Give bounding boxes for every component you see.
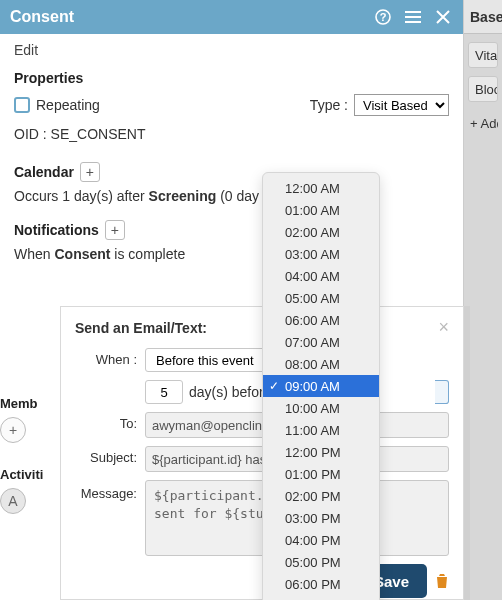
calendar-add-button[interactable]: +: [80, 162, 100, 182]
calendar-heading-row: Calendar +: [14, 162, 449, 182]
repeating-label: Repeating: [36, 97, 100, 113]
activity-avatar[interactable]: A: [0, 488, 26, 514]
time-option[interactable]: 12:00 PM: [263, 441, 379, 463]
oid-line: OID : SE_CONSENT: [14, 126, 449, 142]
time-option[interactable]: 03:00 PM: [263, 507, 379, 529]
notif-desc-bold: Consent: [54, 246, 110, 262]
member-add-button[interactable]: +: [0, 417, 26, 443]
to-label: To:: [75, 412, 137, 431]
type-wrap: Type : Visit Based: [310, 94, 449, 116]
time-option[interactable]: 01:00 AM: [263, 199, 379, 221]
right-item-blood[interactable]: Blood C: [468, 76, 498, 102]
time-option[interactable]: 05:00 AM: [263, 287, 379, 309]
delete-icon[interactable]: [435, 573, 449, 589]
repeating-checkbox-wrap[interactable]: Repeating: [14, 97, 100, 113]
type-select[interactable]: Visit Based: [354, 94, 449, 116]
time-option[interactable]: 01:00 PM: [263, 463, 379, 485]
time-select-trigger[interactable]: [435, 380, 449, 404]
calendar-heading: Calendar: [14, 164, 74, 180]
calendar-desc-bold: Screening: [149, 188, 217, 204]
notifications-heading-row: Notifications +: [14, 220, 449, 240]
svg-text:?: ?: [380, 11, 387, 23]
time-option[interactable]: 04:00 AM: [263, 265, 379, 287]
when-label: When :: [75, 348, 137, 367]
modal-title: Send an Email/Text:: [75, 320, 438, 336]
notif-desc-suffix: is complete: [110, 246, 185, 262]
properties-row: Repeating Type : Visit Based: [14, 94, 449, 116]
panel-title: Consent: [10, 8, 363, 26]
notifications-add-button[interactable]: +: [105, 220, 125, 240]
notif-desc-prefix: When: [14, 246, 54, 262]
calendar-desc-prefix: Occurs 1 day(s) after: [14, 188, 149, 204]
time-option[interactable]: 05:00 PM: [263, 551, 379, 573]
time-option[interactable]: 04:00 PM: [263, 529, 379, 551]
time-option[interactable]: 07:00 AM: [263, 331, 379, 353]
close-icon[interactable]: [433, 7, 453, 27]
notifications-desc: When Consent is complete: [14, 246, 449, 262]
right-column: Baselin Vital Sig Blood C + Add a: [464, 0, 502, 600]
activities-heading: Activiti: [0, 467, 60, 482]
properties-heading: Properties: [14, 70, 449, 86]
time-option[interactable]: 08:00 AM: [263, 353, 379, 375]
right-item-vital[interactable]: Vital Sig: [468, 42, 498, 68]
time-option[interactable]: 06:00 AM: [263, 309, 379, 331]
right-add-link[interactable]: + Add a: [470, 116, 498, 131]
svg-rect-2: [405, 11, 421, 13]
left-fragments: Memb + Activiti A: [0, 390, 60, 514]
time-dropdown[interactable]: 12:00 AM01:00 AM02:00 AM03:00 AM04:00 AM…: [262, 172, 380, 600]
notifications-heading: Notifications: [14, 222, 99, 238]
edit-link[interactable]: Edit: [14, 42, 449, 58]
subject-label: Subject:: [75, 446, 137, 465]
time-option[interactable]: 06:00 PM: [263, 573, 379, 595]
time-option[interactable]: 02:00 PM: [263, 485, 379, 507]
modal-close-icon[interactable]: ×: [438, 317, 449, 338]
members-heading: Memb: [0, 396, 60, 411]
time-option[interactable]: 09:00 AM: [263, 375, 379, 397]
chevron-down-icon[interactable]: ⌄: [263, 595, 379, 600]
svg-rect-3: [405, 16, 421, 18]
panel-header: Consent ?: [0, 0, 463, 34]
calendar-desc: Occurs 1 day(s) after Screening (0 day w: [14, 188, 449, 204]
days-input[interactable]: [145, 380, 183, 404]
menu-icon[interactable]: [403, 7, 423, 27]
time-option[interactable]: 10:00 AM: [263, 397, 379, 419]
help-icon[interactable]: ?: [373, 7, 393, 27]
message-label: Message:: [75, 480, 137, 501]
svg-rect-4: [405, 21, 421, 23]
time-option[interactable]: 12:00 AM: [263, 177, 379, 199]
repeating-checkbox[interactable]: [14, 97, 30, 113]
time-option[interactable]: 03:00 AM: [263, 243, 379, 265]
type-label: Type :: [310, 97, 348, 113]
right-header: Baselin: [464, 0, 502, 34]
time-option[interactable]: 11:00 AM: [263, 419, 379, 441]
panel-body: Edit Properties Repeating Type : Visit B…: [0, 34, 463, 270]
time-option[interactable]: 02:00 AM: [263, 221, 379, 243]
